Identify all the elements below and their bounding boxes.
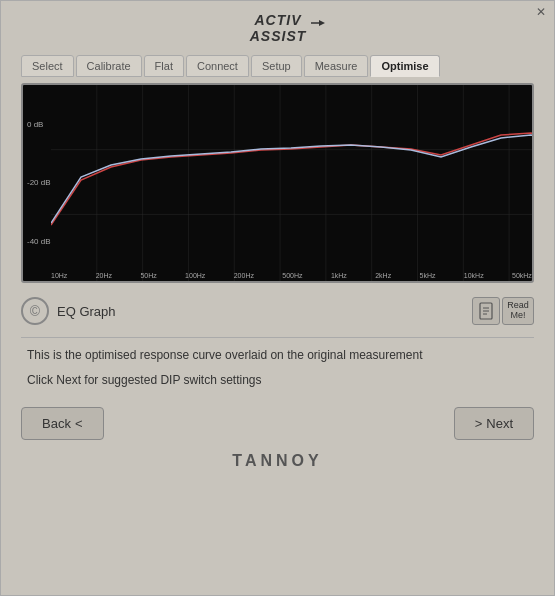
info-section: © EQ Graph ReadMe! This is the optimised… xyxy=(21,293,534,387)
eq-title: EQ Graph xyxy=(57,304,116,319)
tabs-bar: Select Calibrate Flat Connect Setup Meas… xyxy=(1,55,554,77)
y-label-40db: -40 dB xyxy=(27,237,51,246)
logo-area: ACTIV ASSIST xyxy=(1,1,554,55)
hint-text: Click Next for suggested DIP switch sett… xyxy=(21,373,534,387)
tab-calibrate[interactable]: Calibrate xyxy=(76,55,142,77)
read-me-button[interactable]: ReadMe! xyxy=(472,297,534,325)
y-label-0db: 0 dB xyxy=(27,120,51,129)
back-label: Back xyxy=(42,416,71,431)
x-label-2khz: 2kHz xyxy=(375,272,391,279)
logo-icon: ACTIV ASSIST xyxy=(223,9,333,45)
graph-area: 0 dB -20 dB -40 dB 10Hz xyxy=(21,83,534,283)
eq-circle-icon: © xyxy=(21,297,49,325)
x-label-100hz: 100Hz xyxy=(185,272,205,279)
x-label-50hz: 50Hz xyxy=(140,272,156,279)
x-label-1khz: 1kHz xyxy=(331,272,347,279)
brand-name: TANNOY xyxy=(232,452,322,469)
eq-title-group: © EQ Graph xyxy=(21,297,116,325)
bottom-bar: Back < > Next xyxy=(21,403,534,444)
tab-flat[interactable]: Flat xyxy=(144,55,184,77)
tab-measure[interactable]: Measure xyxy=(304,55,369,77)
x-label-20hz: 20Hz xyxy=(96,272,112,279)
x-label-200hz: 200Hz xyxy=(234,272,254,279)
svg-marker-2 xyxy=(319,20,325,26)
main-window: ✕ ACTIV ASSIST Select Calibrate Flat Con… xyxy=(0,0,555,596)
x-label-10khz: 10kHz xyxy=(464,272,484,279)
tab-optimise[interactable]: Optimise xyxy=(370,55,439,77)
back-chevron-icon: < xyxy=(75,416,83,431)
x-label-50khz: 50kHz xyxy=(512,272,532,279)
x-label-500hz: 500Hz xyxy=(282,272,302,279)
svg-text:ACTIV: ACTIV xyxy=(253,12,302,28)
divider xyxy=(21,337,534,338)
tab-select[interactable]: Select xyxy=(21,55,74,77)
y-label-20db: -20 dB xyxy=(27,178,51,187)
eq-header: © EQ Graph ReadMe! xyxy=(21,293,534,329)
graph-x-labels: 10Hz 20Hz 50Hz 100Hz 200Hz 500Hz 1kHz 2k… xyxy=(51,272,532,279)
footer: TANNOY xyxy=(1,444,554,474)
next-label: Next xyxy=(486,416,513,431)
back-button[interactable]: Back < xyxy=(21,407,104,440)
x-label-10hz: 10Hz xyxy=(51,272,67,279)
read-me-doc-icon xyxy=(472,297,500,325)
next-chevron-icon: > xyxy=(475,416,483,431)
read-me-label[interactable]: ReadMe! xyxy=(502,297,534,325)
tab-setup[interactable]: Setup xyxy=(251,55,302,77)
close-button[interactable]: ✕ xyxy=(534,5,548,19)
x-label-5khz: 5kHz xyxy=(420,272,436,279)
svg-text:ASSIST: ASSIST xyxy=(248,28,306,44)
graph-y-labels: 0 dB -20 dB -40 dB xyxy=(27,85,51,281)
next-button[interactable]: > Next xyxy=(454,407,534,440)
description-text: This is the optimised response curve ove… xyxy=(21,346,534,365)
tab-connect[interactable]: Connect xyxy=(186,55,249,77)
graph-svg xyxy=(51,85,534,281)
